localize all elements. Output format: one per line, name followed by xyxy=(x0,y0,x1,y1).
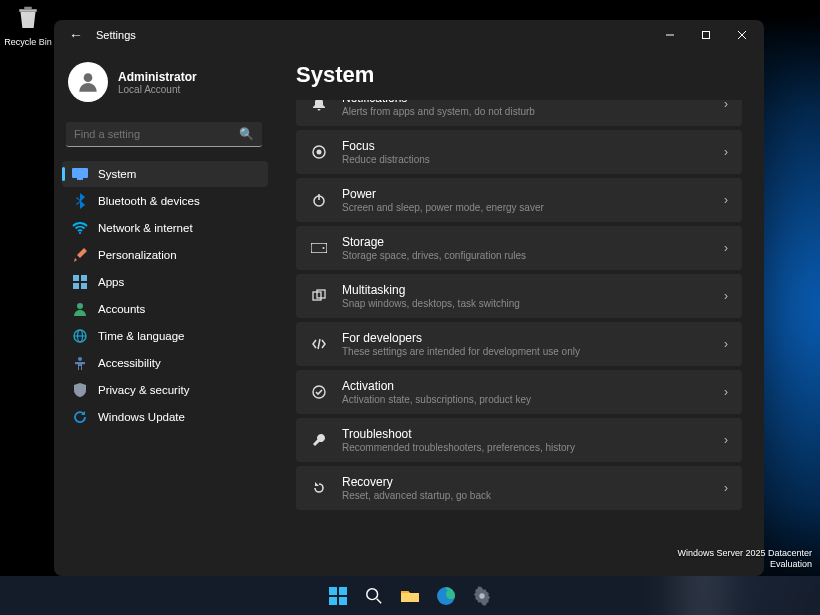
card-subtitle: Alerts from apps and system, do not dist… xyxy=(342,106,710,117)
svg-point-1 xyxy=(84,73,93,82)
search-icon: 🔍 xyxy=(239,127,254,141)
sidebar-item-apps[interactable]: Apps xyxy=(62,269,268,295)
sidebar-item-label: Time & language xyxy=(98,330,185,342)
card-subtitle: Recommended troubleshooters, preferences… xyxy=(342,442,710,453)
desktop-recycle-bin[interactable]: Recycle Bin xyxy=(4,3,52,47)
dev-icon xyxy=(310,338,328,350)
svg-point-9 xyxy=(77,303,83,309)
settings-card-recovery[interactable]: RecoveryReset, advanced startup, go back… xyxy=(296,466,742,510)
settings-card-troubleshoot[interactable]: TroubleshootRecommended troubleshooters,… xyxy=(296,418,742,462)
sidebar-item-system[interactable]: System xyxy=(62,161,268,187)
settings-taskbar-button[interactable] xyxy=(466,580,498,612)
start-button[interactable] xyxy=(322,580,354,612)
taskbar xyxy=(0,576,820,615)
sidebar-item-time-language[interactable]: Time & language xyxy=(62,323,268,349)
titlebar: ← Settings xyxy=(54,20,764,50)
svg-rect-16 xyxy=(311,243,327,253)
card-title: Troubleshoot xyxy=(342,427,710,441)
settings-card-storage[interactable]: StorageStorage space, drives, configurat… xyxy=(296,226,742,270)
settings-card-focus[interactable]: FocusReduce distractions› xyxy=(296,130,742,174)
apps-icon xyxy=(72,274,88,290)
search-box[interactable]: 🔍 xyxy=(66,122,262,147)
settings-card-activation[interactable]: ActivationActivation state, subscription… xyxy=(296,370,742,414)
svg-point-26 xyxy=(367,588,378,599)
settings-cards: NotificationsAlerts from apps and system… xyxy=(296,100,742,576)
sidebar-item-label: Personalization xyxy=(98,249,177,261)
settings-card-for-developers[interactable]: For developersThese settings are intende… xyxy=(296,322,742,366)
svg-point-17 xyxy=(323,247,325,249)
svg-rect-0 xyxy=(703,32,710,39)
recycle-bin-icon xyxy=(13,3,43,33)
card-title: Focus xyxy=(342,139,710,153)
search-input[interactable] xyxy=(66,122,262,147)
maximize-button[interactable] xyxy=(688,21,724,49)
wifi-icon xyxy=(72,220,88,236)
access-icon xyxy=(72,355,88,371)
card-title: Power xyxy=(342,187,710,201)
chevron-right-icon: › xyxy=(724,241,728,255)
sidebar-item-network-internet[interactable]: Network & internet xyxy=(62,215,268,241)
card-subtitle: Activation state, subscriptions, product… xyxy=(342,394,710,405)
card-subtitle: Screen and sleep, power mode, energy sav… xyxy=(342,202,710,213)
profile-name: Administrator xyxy=(118,70,197,84)
nav-list: SystemBluetooth & devicesNetwork & inter… xyxy=(62,161,268,430)
sidebar-item-personalization[interactable]: Personalization xyxy=(62,242,268,268)
search-taskbar-button[interactable] xyxy=(358,580,390,612)
sidebar-item-accessibility[interactable]: Accessibility xyxy=(62,350,268,376)
chevron-right-icon: › xyxy=(724,145,728,159)
recycle-bin-label: Recycle Bin xyxy=(4,37,52,47)
card-title: Activation xyxy=(342,379,710,393)
chevron-right-icon: › xyxy=(724,433,728,447)
shield-icon xyxy=(72,382,88,398)
card-subtitle: Reset, advanced startup, go back xyxy=(342,490,710,501)
window-title: Settings xyxy=(96,29,136,41)
chevron-right-icon: › xyxy=(724,193,728,207)
svg-rect-25 xyxy=(339,597,347,605)
recovery-icon xyxy=(310,481,328,495)
card-title: For developers xyxy=(342,331,710,345)
sidebar-item-accounts[interactable]: Accounts xyxy=(62,296,268,322)
bell-icon xyxy=(310,100,328,111)
chevron-right-icon: › xyxy=(724,337,728,351)
card-title: Storage xyxy=(342,235,710,249)
sidebar-item-bluetooth-devices[interactable]: Bluetooth & devices xyxy=(62,188,268,214)
close-button[interactable] xyxy=(724,21,760,49)
focus-icon xyxy=(310,145,328,159)
settings-window: ← Settings Administrator Local Account 🔍… xyxy=(54,20,764,576)
sidebar-item-label: Network & internet xyxy=(98,222,193,234)
settings-card-multitasking[interactable]: MultitaskingSnap windows, desktops, task… xyxy=(296,274,742,318)
sidebar: Administrator Local Account 🔍 SystemBlue… xyxy=(54,50,272,576)
sidebar-item-label: Privacy & security xyxy=(98,384,189,396)
card-subtitle: Reduce distractions xyxy=(342,154,710,165)
svg-point-4 xyxy=(79,232,81,234)
sidebar-item-windows-update[interactable]: Windows Update xyxy=(62,404,268,430)
card-subtitle: Storage space, drives, configuration rul… xyxy=(342,250,710,261)
back-button[interactable]: ← xyxy=(64,23,88,47)
chevron-right-icon: › xyxy=(724,385,728,399)
sidebar-item-label: Windows Update xyxy=(98,411,185,423)
sidebar-item-label: Bluetooth & devices xyxy=(98,195,200,207)
settings-card-power[interactable]: PowerScreen and sleep, power mode, energ… xyxy=(296,178,742,222)
card-title: Notifications xyxy=(342,100,710,105)
page-title: System xyxy=(296,50,742,100)
chevron-right-icon: › xyxy=(724,100,728,111)
storage-icon xyxy=(310,243,328,253)
main-content: System NotificationsAlerts from apps and… xyxy=(272,50,764,576)
explorer-button[interactable] xyxy=(394,580,426,612)
brush-icon xyxy=(72,247,88,263)
profile-block[interactable]: Administrator Local Account xyxy=(62,54,268,114)
minimize-button[interactable] xyxy=(652,21,688,49)
svg-rect-22 xyxy=(329,587,337,595)
chevron-right-icon: › xyxy=(724,481,728,495)
svg-rect-3 xyxy=(77,178,83,180)
chevron-right-icon: › xyxy=(724,289,728,303)
update-icon xyxy=(72,409,88,425)
card-subtitle: Snap windows, desktops, task switching xyxy=(342,298,710,309)
settings-card-notifications[interactable]: NotificationsAlerts from apps and system… xyxy=(296,100,742,126)
activation-icon xyxy=(310,385,328,399)
card-title: Recovery xyxy=(342,475,710,489)
svg-rect-23 xyxy=(339,587,347,595)
edge-button[interactable] xyxy=(430,580,462,612)
sidebar-item-privacy-security[interactable]: Privacy & security xyxy=(62,377,268,403)
troubleshoot-icon xyxy=(310,433,328,447)
